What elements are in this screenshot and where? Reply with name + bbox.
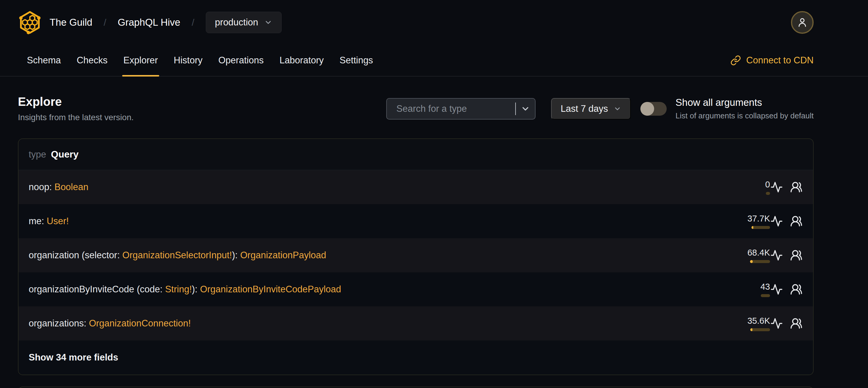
connect-to-cdn-label: Connect to CDN — [746, 55, 814, 66]
show-more-fields-button[interactable]: Show 34 more fields — [19, 340, 813, 375]
target-selector-button[interactable]: production — [206, 12, 282, 33]
clients-button[interactable] — [790, 215, 803, 228]
type-search-combobox[interactable] — [386, 98, 535, 120]
field-name-text: organization (selector: — [29, 250, 122, 260]
main-content: Explore Insights from the latest version… — [0, 77, 868, 388]
activity-button[interactable] — [770, 249, 783, 262]
field-row: me: User! 37.7K — [19, 204, 813, 238]
tab-checks[interactable]: Checks — [72, 45, 112, 76]
graphql-type-link[interactable]: OrganizationSelectorInput! — [122, 250, 232, 260]
date-range-button[interactable]: Last 7 days — [551, 98, 631, 120]
hive-logo-icon[interactable] — [18, 10, 42, 35]
graphql-type-link[interactable]: User! — [46, 216, 69, 226]
activity-pulse-icon — [770, 317, 783, 330]
connect-to-cdn-button[interactable]: Connect to CDN — [730, 55, 814, 66]
field-signature: organization (selector: OrganizationSele… — [29, 250, 326, 261]
tab-laboratory[interactable]: Laboratory — [275, 45, 329, 76]
graphql-type-link[interactable]: OrganizationConnection! — [89, 318, 191, 329]
search-input[interactable] — [387, 103, 515, 114]
field-name-text: noop: — [29, 182, 54, 192]
tabs-list: SchemaChecksExplorerHistoryOperationsLab… — [22, 45, 384, 76]
date-range-label: Last 7 days — [561, 103, 608, 114]
request-count: 43 — [761, 282, 770, 292]
toggle-label-block: Show all arguments List of arguments is … — [676, 97, 814, 120]
user-avatar[interactable] — [791, 11, 814, 34]
tabs-bar: SchemaChecksExplorerHistoryOperationsLab… — [0, 45, 868, 77]
title-block: Explore Insights from the latest version… — [18, 95, 134, 122]
field-stats: 68.4K — [741, 248, 803, 263]
clients-button[interactable] — [790, 283, 803, 296]
activity-pulse-icon — [770, 215, 783, 228]
field-row: organizations: OrganizationConnection! 3… — [19, 306, 813, 340]
clients-button[interactable] — [790, 249, 803, 262]
chevron-down-icon[interactable] — [521, 104, 530, 114]
graphql-type-link[interactable]: String! — [165, 284, 192, 294]
breadcrumb-separator: / — [192, 17, 194, 28]
activity-pulse-icon — [770, 283, 783, 296]
usage-bar — [750, 328, 770, 331]
field-name-text: organizationByInviteCode (code: — [29, 284, 165, 294]
users-icon — [790, 317, 803, 330]
breadcrumb-separator: / — [104, 17, 106, 28]
breadcrumb-org[interactable]: The Guild — [50, 17, 92, 28]
next-type-card-partial — [18, 387, 814, 388]
activity-button[interactable] — [770, 181, 783, 194]
target-selector-label: production — [215, 17, 258, 28]
field-row: organization (selector: OrganizationSele… — [19, 238, 813, 272]
breadcrumb: The Guild / GraphQL Hive / production — [50, 12, 282, 33]
chevron-down-icon — [264, 18, 272, 27]
tab-schema[interactable]: Schema — [22, 45, 66, 76]
field-signature: noop: Boolean — [29, 182, 88, 192]
users-icon — [790, 249, 803, 262]
tab-operations[interactable]: Operations — [214, 45, 269, 76]
field-stats: 43 — [741, 282, 803, 297]
usage-bar-fill — [751, 226, 753, 229]
type-kind-label: type — [29, 149, 46, 160]
request-count: 0 — [765, 180, 770, 189]
type-name[interactable]: Query — [51, 149, 79, 160]
activity-button[interactable] — [770, 283, 783, 296]
breadcrumb-project[interactable]: GraphQL Hive — [118, 17, 180, 28]
field-signature: organizationByInviteCode (code: String!)… — [29, 284, 341, 295]
field-stats: 0 — [741, 180, 803, 195]
tab-explorer[interactable]: Explorer — [119, 45, 162, 76]
page-header: Explore Insights from the latest version… — [18, 95, 814, 122]
usage-stats: 35.6K — [741, 316, 770, 331]
top-bar: The Guild / GraphQL Hive / production — [0, 0, 868, 45]
toggle-knob — [641, 102, 654, 116]
chevron-down-icon — [614, 105, 621, 113]
clients-button[interactable] — [790, 181, 803, 194]
toggle-description: List of arguments is collapsed by defaul… — [676, 111, 814, 120]
tab-history[interactable]: History — [169, 45, 207, 76]
graphql-type-link[interactable]: OrganizationPayload — [240, 250, 326, 260]
graphql-type-link[interactable]: Boolean — [54, 182, 88, 192]
show-all-arguments-toggle[interactable] — [641, 102, 667, 116]
usage-bar-fill — [750, 328, 752, 331]
field-stats: 35.6K — [741, 316, 803, 331]
graphql-type-link[interactable]: OrganizationByInviteCodePayload — [200, 284, 341, 294]
field-row: noop: Boolean 0 — [19, 170, 813, 204]
tab-settings[interactable]: Settings — [335, 45, 378, 76]
field-name-text: ): — [192, 284, 200, 294]
field-signature: organizations: OrganizationConnection! — [29, 318, 191, 329]
activity-button[interactable] — [770, 317, 783, 330]
users-icon — [790, 181, 803, 193]
link-icon — [730, 55, 741, 66]
field-rows: noop: Boolean 0 me: — [19, 170, 813, 340]
request-count: 35.6K — [747, 316, 770, 326]
field-name-text: me: — [29, 216, 46, 226]
field-name-text: organizations: — [29, 318, 89, 329]
activity-button[interactable] — [770, 215, 783, 228]
clients-button[interactable] — [790, 317, 803, 330]
type-card-header: type Query — [19, 139, 813, 170]
page-subtitle: Insights from the latest version. — [18, 113, 134, 122]
usage-bar — [766, 192, 770, 195]
usage-stats: 68.4K — [741, 248, 770, 263]
type-card-query: type Query noop: Boolean 0 — [18, 139, 814, 375]
usage-stats: 0 — [741, 180, 770, 195]
request-count: 68.4K — [747, 248, 770, 258]
toggle-label: Show all arguments — [676, 97, 814, 108]
usage-bar-fill — [750, 260, 753, 263]
usage-stats: 37.7K — [741, 214, 770, 229]
activity-pulse-icon — [770, 249, 783, 262]
